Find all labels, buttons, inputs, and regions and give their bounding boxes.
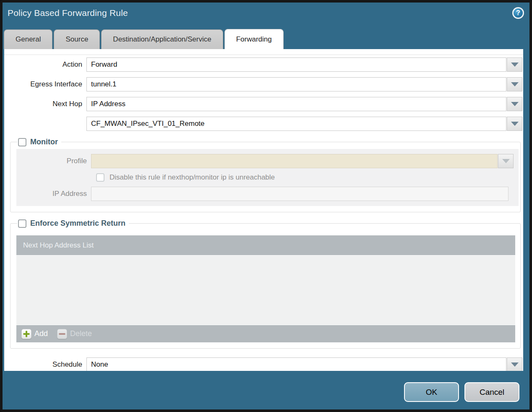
cancel-button[interactable]: Cancel xyxy=(464,382,519,402)
dialog-footer: OK Cancel xyxy=(3,371,529,409)
table-footer: Add Delete xyxy=(16,325,515,342)
action-input[interactable] xyxy=(86,57,506,72)
next-hop-address-row xyxy=(4,117,522,131)
egress-interface-combo xyxy=(86,77,522,91)
action-row: Action xyxy=(4,57,522,72)
disable-rule-label: Disable this rule if nexthop/monitor ip … xyxy=(110,173,275,182)
symmetric-return-fieldset: Enforce Symmetric Return Next Hop Addres… xyxy=(10,219,521,349)
profile-combo xyxy=(91,154,514,168)
delete-button: Delete xyxy=(57,329,92,339)
next-hop-label: Next Hop xyxy=(4,100,86,108)
monitor-fieldset: Monitor Profile Disable this rule if xyxy=(10,138,521,212)
profile-dropdown-button xyxy=(498,154,514,168)
monitor-checkbox[interactable] xyxy=(18,138,26,146)
schedule-input[interactable] xyxy=(86,357,506,371)
table-body-empty[interactable] xyxy=(16,256,515,325)
monitor-ip-address-label: IP Address xyxy=(16,190,91,198)
disable-rule-checkbox xyxy=(96,173,104,182)
tab-destination-application-service[interactable]: Destination/Application/Service xyxy=(101,29,223,49)
next-hop-type-input[interactable] xyxy=(86,97,506,111)
tab-forwarding[interactable]: Forwarding xyxy=(224,29,284,49)
table-header: Next Hop Address List xyxy=(16,235,515,256)
chevron-down-icon xyxy=(502,159,510,163)
chevron-down-icon xyxy=(511,82,519,86)
next-hop-row: Next Hop xyxy=(4,97,522,111)
next-hop-combo xyxy=(86,97,522,111)
profile-input xyxy=(91,154,498,168)
next-hop-address-dropdown-button[interactable] xyxy=(507,117,522,131)
schedule-dropdown-button[interactable] xyxy=(507,357,522,371)
chevron-down-icon xyxy=(511,362,519,367)
symmetric-return-legend-label: Enforce Symmetric Return xyxy=(30,219,125,228)
schedule-label: Schedule xyxy=(4,360,86,369)
next-hop-address-input[interactable] xyxy=(86,117,506,131)
tab-bar: General Source Destination/Application/S… xyxy=(3,23,529,49)
pbf-rule-dialog: Policy Based Forwarding Rule ? General S… xyxy=(0,0,532,412)
egress-interface-row: Egress Interface xyxy=(4,77,522,91)
tab-source[interactable]: Source xyxy=(54,29,100,49)
profile-row: Profile xyxy=(16,154,514,168)
delete-button-label: Delete xyxy=(70,329,92,338)
dialog-title: Policy Based Forwarding Rule xyxy=(8,8,128,18)
action-dropdown-button[interactable] xyxy=(507,57,522,72)
table-header-label: Next Hop Address List xyxy=(23,241,94,250)
add-button[interactable]: Add xyxy=(21,329,48,339)
help-icon[interactable]: ? xyxy=(512,7,524,19)
next-hop-address-combo xyxy=(86,117,522,131)
chevron-down-icon xyxy=(511,122,519,126)
action-label: Action xyxy=(4,60,86,69)
egress-interface-dropdown-button[interactable] xyxy=(507,77,522,91)
tab-panel-forwarding: Action Egress Interface Next Hop xyxy=(4,49,523,371)
symmetric-return-legend: Enforce Symmetric Return xyxy=(17,219,129,228)
plus-icon xyxy=(21,329,31,339)
egress-interface-input[interactable] xyxy=(86,77,506,91)
add-button-label: Add xyxy=(34,329,48,338)
monitor-ip-address-input xyxy=(91,187,509,201)
monitor-ip-address-row: IP Address xyxy=(16,187,514,201)
next-hop-address-table: Next Hop Address List Add Delete xyxy=(16,235,515,342)
profile-label: Profile xyxy=(16,157,91,165)
schedule-row: Schedule xyxy=(4,357,522,371)
monitor-legend-label: Monitor xyxy=(30,138,58,146)
chevron-down-icon xyxy=(511,102,519,106)
action-combo xyxy=(86,57,522,72)
chevron-down-icon xyxy=(511,63,519,67)
ok-button[interactable]: OK xyxy=(404,382,459,402)
monitor-panel: Profile Disable this rule if nexthop/mon… xyxy=(16,149,519,206)
content-divider xyxy=(4,55,523,55)
tab-general[interactable]: General xyxy=(4,29,52,49)
disable-rule-row: Disable this rule if nexthop/monitor ip … xyxy=(16,173,514,182)
minus-icon xyxy=(57,329,67,339)
next-hop-dropdown-button[interactable] xyxy=(507,97,522,111)
symmetric-return-checkbox[interactable] xyxy=(18,219,26,228)
schedule-combo xyxy=(86,357,522,371)
monitor-legend: Monitor xyxy=(17,138,61,146)
dialog-titlebar: Policy Based Forwarding Rule ? xyxy=(3,3,529,23)
egress-interface-label: Egress Interface xyxy=(4,80,86,89)
